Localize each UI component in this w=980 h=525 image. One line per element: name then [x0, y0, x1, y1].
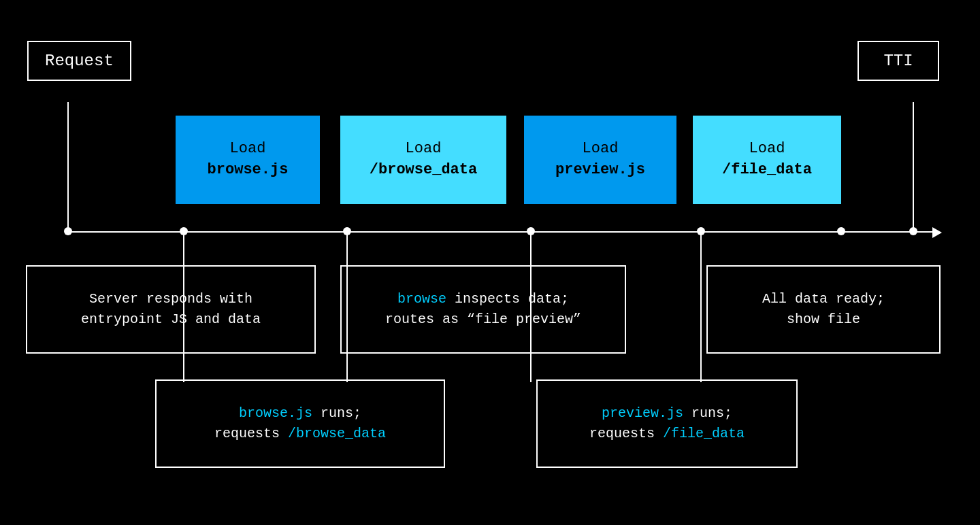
request-box: Request — [27, 41, 131, 81]
load-name-2: /browse_data — [370, 160, 477, 181]
vline-tti — [913, 102, 914, 233]
load-block-browse-js: Load browse.js — [176, 116, 320, 204]
info-box-browsejs-runs: browse.js runs;requests /browse_data — [155, 379, 445, 468]
info-box-browse-inspects: browse inspects data;routes as “file pre… — [340, 265, 626, 354]
timeline-arrow — [932, 227, 942, 238]
timeline-dot-6 — [837, 227, 845, 235]
tti-box: TTI — [858, 41, 939, 81]
info-box-all-data-ready: All data ready;show file — [706, 265, 941, 354]
diagram: Request TTI Load browse.js Load /browse_… — [0, 0, 980, 525]
load-name-3: preview.js — [555, 160, 645, 181]
info-box-previewjs-runs: preview.js runs;requests /file_data — [536, 379, 798, 468]
info-text-1: Server responds withentrypoint JS and da… — [81, 289, 261, 330]
info-text-5: preview.js runs;requests /file_data — [589, 403, 745, 444]
browse-data-keyword: /browse_data — [288, 426, 386, 441]
load-label-4: Load — [749, 139, 785, 160]
info-text-2: browse inspects data;routes as “file pre… — [385, 289, 581, 330]
load-label-3: Load — [583, 139, 619, 160]
browse-keyword: browse — [397, 291, 446, 307]
browsejs-keyword: browse.js — [239, 405, 312, 421]
info-text-3: All data ready;show file — [762, 289, 885, 330]
vline-dot5-down — [700, 231, 702, 382]
load-label-2: Load — [406, 139, 442, 160]
timeline-line — [68, 231, 939, 233]
load-block-file-data: Load /file_data — [693, 116, 841, 204]
vline-request — [67, 102, 69, 233]
info-text-4: browse.js runs;requests /browse_data — [214, 403, 386, 444]
request-label: Request — [45, 52, 114, 70]
file-data-keyword: /file_data — [663, 426, 745, 441]
info-box-server-responds: Server responds withentrypoint JS and da… — [26, 265, 316, 354]
load-block-browse-data: Load /browse_data — [340, 116, 506, 204]
load-name-4: /file_data — [722, 160, 812, 181]
load-name-1: browse.js — [208, 160, 289, 181]
load-label-1: Load — [230, 139, 266, 160]
tti-label: TTI — [883, 52, 913, 70]
previewjs-keyword: preview.js — [602, 405, 683, 421]
load-block-preview-js: Load preview.js — [524, 116, 676, 204]
